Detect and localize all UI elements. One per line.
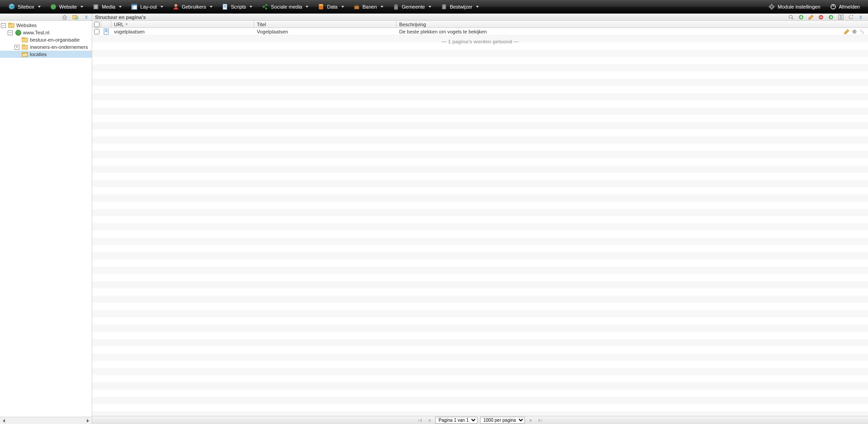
menu-municipality[interactable]: Gemeente <box>388 0 436 14</box>
row-settings-icon[interactable] <box>851 28 857 35</box>
table-row[interactable]: vogelplaatsen Vogelplaatsen De beste ple… <box>92 28 868 35</box>
menu-social[interactable]: Sociale media <box>257 0 313 14</box>
menu-data-label: Data <box>327 4 337 9</box>
svg-rect-5 <box>94 5 94 9</box>
refresh-icon[interactable] <box>846 14 855 20</box>
tree-node-locaties[interactable]: locaties <box>0 51 92 58</box>
svg-marker-36 <box>62 15 67 19</box>
menu-bestwijzer[interactable]: Bestwijzer <box>436 0 483 14</box>
svg-marker-73 <box>844 29 849 34</box>
th-url[interactable]: URL ▾ <box>111 21 254 28</box>
scroll-right-icon[interactable] <box>85 418 90 424</box>
edit-icon[interactable] <box>807 14 816 20</box>
caret-icon <box>306 6 308 8</box>
menu-jobs-label: Banen <box>363 4 377 9</box>
collapse-icon[interactable] <box>82 14 91 20</box>
pager-last-icon[interactable] <box>537 417 543 424</box>
module-settings-button[interactable]: Module instellingen <box>764 0 825 14</box>
row-edit-icon[interactable] <box>844 28 849 35</box>
cell-url: vogelplaatsen <box>111 29 254 34</box>
pager-first-icon[interactable] <box>417 417 424 424</box>
svg-marker-66 <box>852 14 854 16</box>
sidebar: − Websites − www.Test.nl bestuur-en-orga… <box>0 14 92 424</box>
pager-next-icon[interactable] <box>528 417 534 424</box>
table-summary: — 1 pagina's worden getoond — <box>92 35 868 47</box>
svg-point-75 <box>854 31 855 32</box>
expand-icon[interactable] <box>856 14 865 20</box>
menu-scripts[interactable]: Scripts <box>217 0 257 14</box>
menu-users-label: Gebruikers <box>182 4 206 9</box>
caret-icon <box>250 6 252 8</box>
svg-rect-44 <box>8 23 11 24</box>
menu-users[interactable]: Gebruikers <box>168 0 217 14</box>
cube-icon <box>8 3 15 10</box>
th-title[interactable]: Titel <box>254 21 396 28</box>
svg-rect-22 <box>354 6 359 9</box>
search-icon[interactable] <box>787 14 796 20</box>
tree-site[interactable]: − www.Test.nl <box>0 29 92 36</box>
add-icon[interactable] <box>797 14 806 20</box>
svg-rect-47 <box>22 37 24 38</box>
folder-icon <box>8 22 15 28</box>
add-folder-icon[interactable] <box>71 14 80 20</box>
menu-data[interactable]: Data <box>313 0 348 14</box>
table-body: vogelplaatsen Vogelplaatsen De beste ple… <box>92 28 868 416</box>
share-icon <box>261 3 269 10</box>
svg-rect-27 <box>442 5 443 9</box>
pager-prev-icon[interactable] <box>426 417 433 424</box>
cell-title: Vogelplaatsen <box>254 29 396 34</box>
menu-website[interactable]: Website <box>45 0 88 14</box>
globe-icon <box>50 3 57 10</box>
svg-point-54 <box>789 15 793 18</box>
th-checkbox <box>92 21 101 28</box>
menu-sitebox-label: Sitebox <box>18 4 34 9</box>
tree-root[interactable]: − Websites <box>0 22 92 29</box>
book-icon <box>440 3 448 10</box>
row-link-icon[interactable] <box>859 28 865 35</box>
logout-button[interactable]: Afmelden <box>825 0 864 14</box>
menu-media-label: Media <box>102 4 115 9</box>
svg-marker-25 <box>394 4 398 5</box>
script-icon <box>222 3 229 10</box>
svg-point-45 <box>15 30 21 35</box>
tree-node-label: bestuur-en-organisatie <box>30 37 80 42</box>
tree-node-inwoners[interactable]: + inwoners-en-ondernemers <box>0 43 92 51</box>
menu-scripts-label: Scripts <box>231 4 246 9</box>
tree: − Websites − www.Test.nl bestuur-en-orga… <box>0 21 92 417</box>
svg-line-19 <box>264 7 266 9</box>
svg-marker-42 <box>85 18 88 19</box>
move-icon[interactable] <box>826 14 835 20</box>
tree-toggle[interactable]: − <box>1 23 6 28</box>
row-actions <box>841 28 868 35</box>
tree-node-label: locaties <box>30 52 47 57</box>
menu-sitebox[interactable]: Sitebox <box>4 0 45 14</box>
tree-node-bestuur[interactable]: bestuur-en-organisatie <box>0 36 92 43</box>
menu-media[interactable]: Media <box>88 0 126 14</box>
svg-marker-80 <box>538 419 541 422</box>
menu-jobs[interactable]: Banen <box>349 0 388 14</box>
select-all-checkbox[interactable] <box>94 22 99 27</box>
briefcase-icon <box>353 3 360 10</box>
tree-toggle[interactable]: − <box>8 30 13 35</box>
main-toolbar: Structuur en pagina's <box>92 14 868 21</box>
layout-icon <box>131 3 138 10</box>
svg-marker-53 <box>87 419 89 423</box>
cell-desc: De beste plekken om vogels te bekijken <box>396 29 841 34</box>
perpage-select[interactable]: 1000 per pagina <box>480 417 525 424</box>
columns-icon[interactable] <box>836 14 845 20</box>
main-panel: Structuur en pagina's URL ▾ <box>92 14 868 424</box>
th-type[interactable] <box>101 21 111 28</box>
scroll-left-icon[interactable] <box>1 418 7 424</box>
svg-point-29 <box>771 6 773 8</box>
row-checkbox[interactable] <box>94 29 99 34</box>
page-select[interactable]: Pagina 1 van 1 <box>435 417 477 424</box>
tree-toggle[interactable]: + <box>14 45 19 50</box>
svg-point-21 <box>319 4 323 6</box>
delete-icon[interactable] <box>816 14 826 20</box>
menu-layout[interactable]: Lay-out <box>126 0 168 14</box>
home-icon[interactable] <box>60 14 69 20</box>
th-desc[interactable]: Beschrijving <box>396 21 868 28</box>
power-icon <box>830 3 837 10</box>
svg-marker-52 <box>3 419 5 423</box>
svg-rect-6 <box>97 5 98 9</box>
